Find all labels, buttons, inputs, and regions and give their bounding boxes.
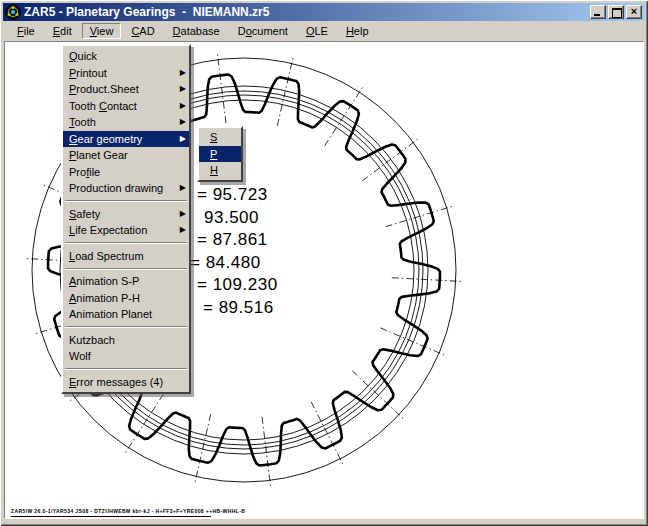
submenu-arrow-icon: ▶ [180, 81, 186, 98]
menubar-item-view[interactable]: View [82, 23, 122, 39]
gear-geometry-submenu: S P H [197, 126, 243, 182]
menubar-item-document[interactable]: Document [230, 23, 296, 39]
submenu-arrow-icon: ▶ [180, 180, 186, 197]
submenu-arrow-icon: ▶ [180, 206, 186, 223]
menu-item-kutzbach[interactable]: Kutzbach [63, 332, 189, 349]
maximize-button[interactable] [608, 5, 624, 19]
submenu-item-p[interactable]: P [199, 146, 241, 163]
menu-item-profile[interactable]: Profile [63, 164, 189, 181]
menu-item-wolf[interactable]: Wolf [63, 348, 189, 365]
menu-item-safety[interactable]: Safety▶ [63, 206, 189, 223]
window-title: ZAR5 - Planetary Gearings - NIEMANN.zr5 [24, 3, 590, 21]
close-icon: × [631, 5, 637, 17]
gear-value-line: = 84.480 [190, 253, 261, 273]
submenu-arrow-icon: ▶ [180, 222, 186, 239]
menubar-item-edit[interactable]: Edit [45, 23, 80, 39]
menu-item-animation-s-p[interactable]: Animation S-P [63, 273, 189, 290]
submenu-item-h[interactable]: H [199, 162, 241, 179]
menu-item-quick[interactable]: Quick [63, 48, 189, 65]
title-bar[interactable]: ZAR5 - Planetary Gearings - NIEMANN.zr5 … [3, 3, 645, 21]
drawing-footer-text: ZAR5/W 26.0-1/YAR534 JS08 - DTZUHWEBM kb… [11, 508, 245, 514]
gear-value-line: = 87.861 [197, 230, 268, 250]
gear-value-line: = 95.723 [197, 185, 268, 205]
menu-item-animation-p-h[interactable]: Animation P-H [63, 290, 189, 307]
menu-item-gear-geometry[interactable]: Gear geometry▶ [63, 131, 189, 148]
menubar-item-file[interactable]: File [9, 23, 43, 39]
submenu-arrow-icon: ▶ [180, 114, 186, 131]
menu-item-error-messages[interactable]: Error messages (4) [63, 374, 189, 391]
drawing-footer-rule [11, 516, 211, 517]
menu-separator [63, 197, 189, 206]
close-button[interactable]: × [626, 5, 642, 19]
menubar-item-ole[interactable]: OLE [298, 23, 336, 39]
view-menu: Quick Printout▶ Product.Sheet▶ Tooth Con… [61, 44, 191, 394]
menu-separator [63, 365, 189, 374]
minimize-button[interactable] [590, 5, 606, 19]
menubar-item-help[interactable]: Help [338, 23, 377, 39]
menu-separator [63, 323, 189, 332]
menu-separator [63, 264, 189, 273]
menu-item-planet-gear[interactable]: Planet Gear [63, 147, 189, 164]
zar5-planetary-gear-icon [5, 4, 21, 20]
gear-tooth-centerline [386, 206, 453, 226]
submenu-arrow-icon: ▶ [180, 65, 186, 82]
menu-item-animation-planet[interactable]: Animation Planet [63, 306, 189, 323]
gear-tooth-centerline [217, 54, 226, 123]
menubar-item-cad[interactable]: CAD [123, 23, 162, 39]
gear-value-line: 93.500 [204, 208, 259, 228]
submenu-item-s[interactable]: S [199, 129, 241, 146]
gear-tooth-centerline [392, 278, 462, 282]
menu-separator [63, 239, 189, 248]
gear-tooth-centerline [262, 417, 271, 486]
gear-value-line: = 89.516 [203, 298, 274, 318]
menu-item-tooth-contact[interactable]: Tooth Contact▶ [63, 98, 189, 115]
app-window: ZAR5 - Planetary Gearings - NIEMANN.zr5 … [0, 0, 648, 526]
menu-item-tooth[interactable]: Tooth▶ [63, 114, 189, 131]
menu-item-life-expectation[interactable]: Life Expectation▶ [63, 222, 189, 239]
menu-bar: File Edit View CAD Database Document OLE… [3, 21, 645, 41]
menubar-item-database[interactable]: Database [165, 23, 228, 39]
menu-item-production-drawing[interactable]: Production drawing▶ [63, 180, 189, 197]
gear-value-line: = 109.230 [197, 275, 278, 295]
submenu-arrow-icon: ▶ [180, 131, 186, 148]
menu-item-printout[interactable]: Printout▶ [63, 65, 189, 82]
submenu-arrow-icon: ▶ [180, 98, 186, 115]
menu-item-product-sheet[interactable]: Product.Sheet▶ [63, 81, 189, 98]
menu-item-load-spectrum[interactable]: Load Spectrum [63, 248, 189, 265]
